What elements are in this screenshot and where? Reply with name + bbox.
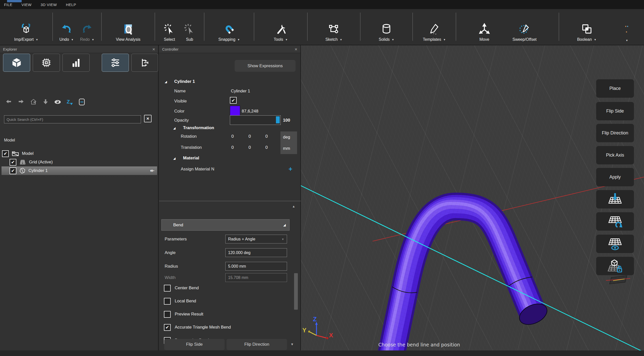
- back-icon[interactable]: [5, 98, 13, 106]
- chevron-down-icon[interactable]: ▼: [285, 38, 288, 41]
- tab-statistics[interactable]: [62, 54, 90, 72]
- collapse-triangle-icon[interactable]: ◢: [173, 126, 175, 130]
- accurate-mesh-row[interactable]: ✔ Accurate Triangle Mesh Bend: [164, 323, 231, 331]
- add-material-icon[interactable]: +: [289, 165, 292, 173]
- lock-to-grid-button[interactable]: [596, 257, 634, 275]
- tree-row-model[interactable]: ✔ Model: [2, 149, 157, 158]
- solids-button[interactable]: Solids▼: [379, 9, 394, 45]
- center-bend-checkbox[interactable]: [164, 285, 171, 292]
- redo-button[interactable]: Redo▼: [80, 9, 94, 45]
- tab-hierarchy[interactable]: [131, 54, 158, 72]
- sub-select-button[interactable]: Sub: [184, 9, 195, 45]
- opacity-slider[interactable]: [230, 115, 281, 125]
- chevron-down-icon[interactable]: ▼: [36, 38, 38, 41]
- place-button[interactable]: Place: [596, 79, 634, 98]
- close-icon[interactable]: ×: [295, 47, 297, 52]
- flip-direction-viewport-button[interactable]: Flip Direction: [596, 124, 634, 142]
- chevron-down-icon[interactable]: ▼: [340, 38, 342, 41]
- checkbox-checked[interactable]: ✔: [10, 159, 16, 166]
- local-bend-row[interactable]: Local Bend: [164, 297, 196, 305]
- tree-row-grid[interactable]: ✔ Grid (Active): [10, 158, 157, 166]
- sketch-button[interactable]: Sketch▼: [326, 9, 342, 45]
- menu-help[interactable]: HELP: [66, 3, 76, 7]
- chevron-down-icon[interactable]: ▼: [594, 38, 596, 41]
- chevron-down-icon[interactable]: ▼: [237, 38, 240, 41]
- tree-row-cylinder[interactable]: ✔ Cylinder 1 ↞: [2, 166, 157, 175]
- angle-value: 120.000 deg: [228, 251, 251, 255]
- rotation-z[interactable]: 0: [265, 134, 268, 139]
- local-bend-checkbox[interactable]: [164, 298, 171, 305]
- home-icon[interactable]: [30, 98, 37, 106]
- translation-x[interactable]: 0: [231, 145, 234, 150]
- parameters-dropdown[interactable]: Radius + Angle ▼: [225, 235, 287, 243]
- chevron-down-icon[interactable]: ▼: [71, 38, 74, 41]
- select-button[interactable]: Select: [164, 9, 175, 45]
- collapse-triangle-icon[interactable]: ◢: [165, 80, 167, 84]
- focus-back-arrow-icon[interactable]: ↞: [150, 167, 155, 174]
- move-button[interactable]: Move: [478, 9, 490, 45]
- center-bend-row[interactable]: Center Bend: [164, 284, 199, 292]
- menu-file[interactable]: FILE: [4, 3, 12, 7]
- flip-side-button[interactable]: Flip Side: [164, 339, 225, 350]
- collapse-all-icon[interactable]: [78, 98, 86, 106]
- color-swatch[interactable]: [230, 106, 240, 116]
- tools-button[interactable]: Tools▼: [274, 9, 288, 45]
- toolbar-overflow-button[interactable]: ▼: [623, 9, 631, 45]
- axis-gizmo[interactable]: Z Y X: [302, 316, 333, 339]
- snapping-button[interactable]: Snapping▼: [218, 9, 240, 45]
- visibility-eye-icon[interactable]: [54, 98, 61, 106]
- grid-visibility-button[interactable]: [596, 235, 634, 253]
- collapse-triangle-icon[interactable]: ◢: [173, 157, 175, 160]
- apply-button[interactable]: Apply: [596, 168, 634, 186]
- translation-z[interactable]: 0: [265, 145, 268, 150]
- translation-y[interactable]: 0: [248, 145, 251, 150]
- menu-view[interactable]: VIEW: [21, 3, 31, 7]
- tab-scene-objects[interactable]: [3, 54, 30, 72]
- search-input[interactable]: [4, 115, 141, 123]
- chevron-down-icon[interactable]: ▼: [626, 39, 628, 42]
- forward-icon[interactable]: [17, 98, 25, 106]
- clear-search-icon[interactable]: ×: [144, 115, 152, 122]
- templates-button[interactable]: Templates▼: [423, 9, 446, 45]
- angle-input[interactable]: 120.000 deg: [225, 248, 287, 257]
- reset-grid-rotation-button[interactable]: [596, 212, 634, 231]
- color-value[interactable]: 87,6,248: [242, 109, 258, 114]
- scrollbar-thumb[interactable]: [294, 273, 298, 310]
- bend-section-header[interactable]: Bend ◢: [161, 219, 290, 231]
- rotation-x[interactable]: 0: [231, 134, 234, 139]
- visible-checkbox[interactable]: ✔: [230, 97, 237, 104]
- boolean-button[interactable]: Boolean▼: [577, 9, 596, 45]
- scroll-down-icon[interactable]: ▼: [291, 342, 294, 346]
- chevron-down-icon[interactable]: ▼: [92, 38, 94, 41]
- view-analysis-button[interactable]: View Analysis: [116, 9, 140, 45]
- flip-direction-button[interactable]: Flip Direction: [227, 339, 287, 350]
- checkbox-checked[interactable]: ✔: [10, 167, 16, 174]
- radius-input[interactable]: 5.000 mm: [225, 262, 287, 271]
- opacity-slider-knob[interactable]: [276, 116, 280, 123]
- bend-grid-widget[interactable]: [606, 276, 630, 284]
- flip-side-viewport-button[interactable]: Flip Side: [596, 102, 634, 120]
- viewport-3d[interactable]: Z Y X Place Flip Side Flip Direction Pic…: [301, 45, 644, 350]
- tab-properties[interactable]: [102, 54, 129, 72]
- isolate-z-icon[interactable]: Z: [66, 98, 74, 106]
- accurate-mesh-checkbox[interactable]: ✔: [164, 324, 171, 331]
- menu-3d-view[interactable]: 3D VIEW: [41, 3, 57, 7]
- cylinder-object[interactable]: [385, 203, 550, 350]
- close-icon[interactable]: ×: [152, 47, 155, 52]
- imp-export-button[interactable]: Imp/Export▼: [14, 9, 38, 45]
- show-expressions-button[interactable]: Show Expressions: [235, 60, 296, 72]
- tab-components[interactable]: [33, 54, 60, 72]
- undo-button[interactable]: Undo▼: [59, 9, 74, 45]
- rotation-y[interactable]: 0: [248, 134, 251, 139]
- sweep-offset-button[interactable]: Sweep/Offset: [512, 9, 536, 45]
- drop-down-arrow-icon[interactable]: [42, 98, 49, 106]
- preview-result-row[interactable]: Preview Result: [164, 310, 203, 318]
- drop-to-grid-button[interactable]: [596, 190, 634, 208]
- name-value[interactable]: Cylinder 1: [231, 89, 250, 94]
- pick-axis-button[interactable]: Pick Axis: [596, 146, 634, 164]
- chevron-down-icon[interactable]: ▼: [443, 38, 446, 41]
- checkbox-checked[interactable]: ✔: [2, 150, 9, 157]
- preview-result-checkbox[interactable]: [164, 311, 171, 318]
- scroll-up-icon[interactable]: ▲: [292, 204, 295, 208]
- chevron-down-icon[interactable]: ▼: [392, 38, 394, 41]
